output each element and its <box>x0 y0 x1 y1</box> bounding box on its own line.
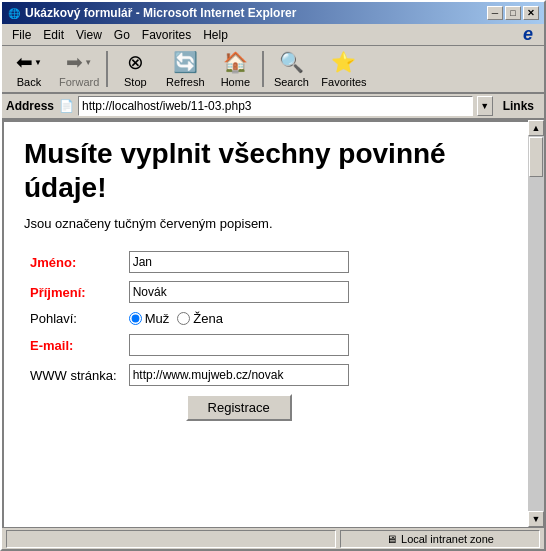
prijmeni-label: Příjmení: <box>30 285 86 300</box>
stop-label: Stop <box>124 76 147 88</box>
status-zone: 🖥 Local intranet zone <box>340 530 540 548</box>
prijmeni-input[interactable] <box>129 281 349 303</box>
toolbar-separator-2 <box>262 51 264 87</box>
pohlavi-label: Pohlaví: <box>30 311 77 326</box>
menu-view[interactable]: View <box>70 26 108 44</box>
address-label: Address <box>6 99 54 113</box>
form-table: Jméno: Příjmení: Pohlaví: <box>24 247 355 425</box>
back-button[interactable]: ⬅ ▼ Back <box>4 47 54 91</box>
home-icon: 🏠 <box>223 50 248 74</box>
search-label: Search <box>274 76 309 88</box>
pohlavi-radio-group: Muž Žena <box>129 311 349 326</box>
zena-option[interactable]: Žena <box>177 311 223 326</box>
back-arrow-icon: ▼ <box>34 58 42 67</box>
back-icon: ⬅ <box>16 50 33 74</box>
app-icon: 🌐 <box>7 6 21 20</box>
form-row-prijmeni: Příjmení: <box>24 277 355 307</box>
stop-icon: ⊗ <box>127 50 144 74</box>
email-label: E-mail: <box>30 338 73 353</box>
back-label: Back <box>17 76 41 88</box>
menu-edit[interactable]: Edit <box>37 26 70 44</box>
muz-option[interactable]: Muž <box>129 311 170 326</box>
window-controls: ─ □ ✕ <box>487 6 539 20</box>
window-title: Ukázkový formulář - Microsoft Internet E… <box>25 6 296 20</box>
form-row-www: WWW stránka: <box>24 360 355 390</box>
zena-radio[interactable] <box>177 312 190 325</box>
scrollbar: ▲ ▼ <box>528 120 544 527</box>
form-row-jmeno: Jméno: <box>24 247 355 277</box>
submit-button[interactable]: Registrace <box>186 394 292 421</box>
maximize-button[interactable]: □ <box>505 6 521 20</box>
page-icon: 📄 <box>58 98 74 114</box>
close-button[interactable]: ✕ <box>523 6 539 20</box>
home-button[interactable]: 🏠 Home <box>210 47 260 91</box>
refresh-icon: 🔄 <box>173 50 198 74</box>
minimize-button[interactable]: ─ <box>487 6 503 20</box>
forward-button[interactable]: ➡ ▼ Forward <box>54 47 104 91</box>
www-label: WWW stránka: <box>30 368 117 383</box>
menu-favorites[interactable]: Favorites <box>136 26 197 44</box>
page-content: Musíte vyplnit všechny povinné údaje! Js… <box>2 120 528 527</box>
www-input[interactable] <box>129 364 349 386</box>
toolbar: ⬅ ▼ Back ➡ ▼ Forward ⊗ Stop 🔄 Refresh 🏠 … <box>2 46 544 94</box>
address-bar: Address 📄 ▼ Links <box>2 94 544 120</box>
favorites-icon: ⭐ <box>331 50 356 74</box>
favorites-button[interactable]: ⭐ Favorites <box>316 47 371 91</box>
muz-label: Muž <box>145 311 170 326</box>
zone-icon: 🖥 <box>386 533 397 545</box>
title-bar: 🌐 Ukázkový formulář - Microsoft Internet… <box>2 2 544 24</box>
zena-label: Žena <box>193 311 223 326</box>
jmeno-label: Jméno: <box>30 255 76 270</box>
menu-help[interactable]: Help <box>197 26 234 44</box>
menu-file[interactable]: File <box>6 26 37 44</box>
links-button[interactable]: Links <box>497 97 540 115</box>
submit-cell: Registrace <box>123 390 355 425</box>
forward-icon: ➡ <box>66 50 83 74</box>
zone-label: Local intranet zone <box>401 533 494 545</box>
search-icon: 🔍 <box>279 50 304 74</box>
home-label: Home <box>221 76 250 88</box>
form-row-email: E-mail: <box>24 330 355 360</box>
menu-bar: File Edit View Go Favorites Help e <box>2 24 544 46</box>
email-input[interactable] <box>129 334 349 356</box>
scroll-thumb[interactable] <box>529 137 543 177</box>
page-subtext: Jsou označeny tučným červeným popisem. <box>24 216 508 231</box>
jmeno-input[interactable] <box>129 251 349 273</box>
address-dropdown[interactable]: ▼ <box>477 96 493 116</box>
stop-button[interactable]: ⊗ Stop <box>110 47 160 91</box>
scroll-track[interactable] <box>528 136 544 511</box>
forward-label: Forward <box>59 76 99 88</box>
scroll-down-button[interactable]: ▼ <box>528 511 544 527</box>
menu-go[interactable]: Go <box>108 26 136 44</box>
status-left <box>6 530 336 548</box>
page-heading: Musíte vyplnit všechny povinné údaje! <box>24 137 508 204</box>
refresh-label: Refresh <box>166 76 205 88</box>
forward-arrow-icon: ▼ <box>84 58 92 67</box>
ie-logo: e <box>516 24 540 46</box>
refresh-button[interactable]: 🔄 Refresh <box>160 47 210 91</box>
form-row-pohlavi: Pohlaví: Muž Žena <box>24 307 355 330</box>
address-input[interactable] <box>78 96 473 116</box>
content-wrapper: Musíte vyplnit všechny povinné údaje! Js… <box>2 120 544 527</box>
form-row-submit: Registrace <box>24 390 355 425</box>
muz-radio[interactable] <box>129 312 142 325</box>
favorites-label: Favorites <box>321 76 366 88</box>
scroll-up-button[interactable]: ▲ <box>528 120 544 136</box>
status-bar: 🖥 Local intranet zone <box>2 527 544 549</box>
toolbar-separator-1 <box>106 51 108 87</box>
search-button[interactable]: 🔍 Search <box>266 47 316 91</box>
